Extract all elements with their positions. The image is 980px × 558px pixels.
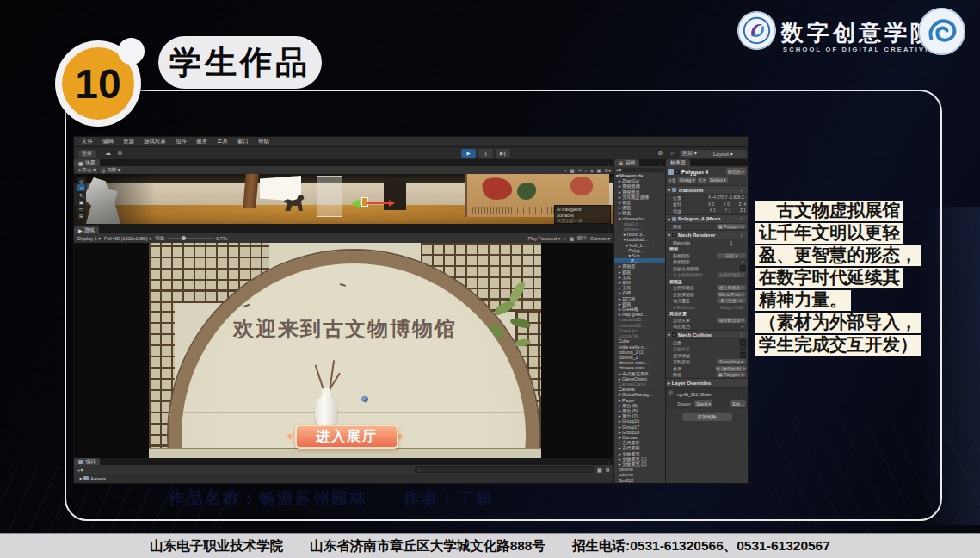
layer-dropdown[interactable]: Defaul ▾ (708, 177, 727, 183)
inspector-row[interactable]: 凸面 (666, 339, 748, 346)
display-dropdown[interactable]: Display 1 ▾ (77, 236, 101, 241)
tag-dropdown[interactable]: Untag ▾ (678, 177, 696, 183)
scene-toolbar-icon[interactable]: ♪ (585, 168, 588, 173)
transform-section-header[interactable]: ▾ Transform ⋮ (666, 185, 748, 195)
play-focused-dropdown[interactable]: Play Focused ▾ (527, 236, 560, 241)
zoom-slider-knob[interactable] (182, 236, 186, 240)
menu-item[interactable]: 组件 (176, 138, 187, 146)
inspector-row[interactable]: 投射阴影开启 ▾ (666, 252, 748, 259)
menu-item[interactable]: 窗口 (237, 138, 249, 146)
inspector-row[interactable]: 动态遮挡✓ (666, 324, 748, 331)
tab-game[interactable]: ▶游戏 (74, 226, 99, 233)
component-menu-icon[interactable]: ⋮ (739, 216, 746, 221)
rotate-tool-icon[interactable]: ↻ (77, 191, 85, 198)
inspector-row[interactable]: Materials1 (666, 239, 748, 246)
manager-gear-icon[interactable]: ⚙ (656, 150, 665, 158)
inspector-row[interactable]: 接收阴影✓ (666, 259, 748, 266)
inspector-row[interactable]: 光照探测器混合探测器 ▾ (666, 285, 748, 292)
mute-icon[interactable]: ♪ (564, 236, 566, 241)
tab-project[interactable]: 项目 (74, 458, 100, 465)
inspector-row[interactable]: 锚点覆盖无 (变换) ⊙ (666, 298, 748, 305)
enter-hall-button[interactable]: 进入展厅 (295, 425, 398, 449)
scene-toolbar-icon[interactable]: ▦ (570, 168, 574, 173)
component-menu-icon[interactable]: ⋮ (739, 332, 746, 338)
axis-dropdown[interactable]: ◎局部 ▾ (100, 167, 122, 173)
component-enabled-checkbox[interactable]: ✓ (672, 332, 676, 337)
scene-toolbar-icon[interactable]: ☀ (577, 168, 582, 173)
mesh-renderer-section-header[interactable]: ▾ ✓ Mesh Renderer ⋮ (666, 230, 748, 239)
assets-folder[interactable]: Assets (90, 476, 106, 481)
tab-hierarchy[interactable]: ☰层级 (614, 159, 639, 166)
project-search-input[interactable]: ⌕ (415, 466, 594, 473)
scene-viewport[interactable]: ◎ + ↻ ▣ ▭ ⊞ AI Navigation Surfaces 仅显示选中… (74, 174, 613, 224)
scene-toolbar-icon[interactable]: ▣ (597, 168, 601, 173)
transform-tool-icon[interactable]: ⊞ (77, 212, 85, 219)
menu-item[interactable]: 帮助 (258, 138, 269, 146)
play-button[interactable]: ▶ (461, 149, 476, 158)
transform-row[interactable]: 旋转X 0 Y 0 Z -45 (666, 202, 748, 208)
scene-toolbar-icon[interactable]: ⚙▾ (604, 168, 611, 173)
inspector-row[interactable]: 是触发器 (666, 346, 748, 353)
tab-scene[interactable]: ▦场景 (74, 159, 100, 166)
inspector-row[interactable]: 网格▦ Polygon ⊙ (666, 224, 748, 231)
mesh-collider-section-header[interactable]: ▾ ✓ Mesh Collider ⋮ (666, 330, 748, 339)
shader-dropdown[interactable]: Stand ▾ (694, 400, 712, 407)
transform-row[interactable]: 位置X -4.570 Y -1.828 Z -0.013 (666, 195, 748, 202)
view-tool-icon[interactable]: ◎ (77, 177, 85, 184)
active-checkbox[interactable]: ✓ (675, 170, 680, 174)
project-view-options-icon[interactable]: ▦ (597, 467, 602, 473)
inspector-row[interactable]: 提供接触 (666, 352, 748, 359)
add-component-button[interactable]: 添加组件 (682, 413, 732, 421)
layers-dropdown[interactable]: 图层 ▾ (680, 150, 711, 158)
layout-dropdown[interactable]: Layout ▾ (711, 150, 747, 158)
menu-item[interactable]: 服务 (196, 138, 207, 146)
gizmos-dropdown[interactable]: Gizmos ▾ (590, 236, 610, 241)
transform-row[interactable]: 缩放X 1 Y 1 Z 1 (666, 208, 748, 214)
inspector-row[interactable]: 反射探测器Blend Prob ▾ (666, 291, 748, 298)
inspector-row[interactable]: 烹制选项Everything ▾ (666, 359, 748, 366)
static-dropdown[interactable]: 静态的 ▾ (726, 168, 746, 175)
signin-button[interactable]: 登录 (78, 150, 96, 158)
step-button[interactable]: ▶∥ (496, 149, 510, 158)
tab-inspector[interactable]: 检查器 (666, 159, 690, 166)
inspector-row[interactable]: 网格▦ Polygon ⊙ (666, 372, 748, 379)
pause-button[interactable]: ∥ (478, 149, 493, 158)
scale-tool-icon[interactable]: ▣ (77, 198, 85, 205)
hierarchy-search-input[interactable] (623, 168, 664, 172)
stats-grid-icon[interactable]: ▦ (570, 236, 574, 241)
resolution-dropdown[interactable]: Full HD (1920x1080) ▾ (104, 236, 151, 241)
edit-shader-button[interactable]: Edit… (730, 400, 746, 407)
inspector-row[interactable]: 其他设置 (666, 311, 748, 318)
inspector-row[interactable]: 从全局照明接收光照探测器 ▾ (666, 272, 748, 279)
menu-item[interactable]: 游戏对象 (144, 138, 166, 146)
menu-item[interactable]: 编辑 (102, 138, 114, 146)
zoom-slider[interactable] (168, 238, 213, 239)
component-menu-icon[interactable]: ⋮ (739, 188, 746, 193)
inspector-row[interactable]: 运动矢量每对象运动 ▾ (666, 317, 748, 324)
cloud-icon[interactable]: ☁ (103, 150, 113, 158)
inspector-row[interactable]: 探测器 (666, 278, 748, 285)
material-menu-icon[interactable]: ⋮ (739, 392, 746, 397)
scene-toolbar-icon[interactable]: ◈ (590, 168, 594, 173)
pivot-dropdown[interactable]: ⌖中心 ▾ (77, 167, 97, 173)
scene-toolbar-icon[interactable]: ◐ (564, 168, 567, 173)
rect-tool-icon[interactable]: ▭ (77, 205, 85, 212)
mesh-filter-section-header[interactable]: ▾ Polygon_4 (Mesh ⋮ (666, 214, 748, 224)
inspector-tabbar-options-icon[interactable]: ⋮ (741, 161, 748, 166)
menu-item[interactable]: 资源 (123, 138, 134, 146)
menu-item[interactable]: 文件 (82, 138, 93, 146)
inspector-row[interactable]: 材质无 (物理材质) ⊙ (666, 365, 748, 372)
expand-icon[interactable]: ▾ (79, 475, 82, 481)
overlay-show-selected[interactable]: 仅显示选中项 (557, 218, 608, 224)
add-object-button[interactable]: +▾ (616, 167, 621, 172)
layer-overrides-header[interactable]: ▸ Layer Overrides (666, 378, 748, 388)
move-tool-icon[interactable]: + (77, 184, 85, 191)
create-asset-button[interactable]: +▾ (77, 467, 83, 473)
inspector-row[interactable]: ● ReflectedWeight 1.80 (666, 304, 748, 311)
search-icon[interactable]: ⌕ (668, 150, 677, 158)
stats-toggle[interactable]: 统计 (577, 235, 587, 241)
component-enabled-checkbox[interactable]: ✓ (672, 232, 676, 237)
inspector-row[interactable]: 贡献全局照明 (666, 265, 748, 272)
component-menu-icon[interactable]: ⋮ (739, 232, 746, 238)
menu-item[interactable]: 工具 (217, 138, 228, 146)
